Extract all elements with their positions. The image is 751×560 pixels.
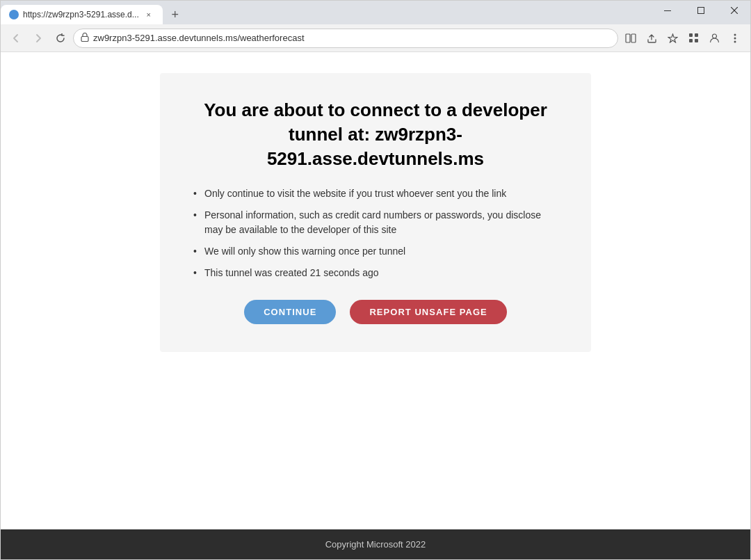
svg-rect-4 <box>81 36 88 41</box>
tab-close-button[interactable]: × <box>143 9 154 20</box>
tab-favicon <box>9 10 19 19</box>
minimize-button[interactable] <box>652 1 684 20</box>
close-window-button[interactable] <box>718 1 750 20</box>
address-bar[interactable]: zw9rzpn3-5291.asse.devtunnels.ms/weather… <box>73 29 618 48</box>
window-controls <box>652 1 750 24</box>
page-content: You are about to connect to a developer … <box>1 52 750 529</box>
warning-bullets: Only continue to visit the website if yo… <box>193 186 558 280</box>
svg-rect-9 <box>689 39 693 42</box>
browser-tab[interactable]: https://zw9rzpn3-5291.asse.d... × <box>1 5 163 24</box>
forward-button[interactable] <box>29 29 48 48</box>
back-button[interactable] <box>6 29 26 48</box>
tab-title: https://zw9rzpn3-5291.asse.d... <box>23 10 139 19</box>
continue-button[interactable]: CONTINUE <box>244 300 336 324</box>
action-buttons: CONTINUE REPORT UNSAFE PAGE <box>193 300 558 324</box>
share-button[interactable] <box>642 29 661 48</box>
copyright-text: Copyright Microsoft 2022 <box>325 539 426 550</box>
warning-bullet: This tunnel was created 21 seconds ago <box>193 266 558 280</box>
svg-rect-6 <box>631 34 636 42</box>
reading-view-button[interactable] <box>621 29 640 48</box>
warning-bullet: We will only show this warning once per … <box>193 244 558 259</box>
warning-card: You are about to connect to a developer … <box>160 73 591 352</box>
svg-point-11 <box>712 34 716 38</box>
maximize-button[interactable] <box>685 1 717 20</box>
profile-button[interactable] <box>704 29 724 48</box>
svg-rect-10 <box>695 39 698 42</box>
browser-window: https://zw9rzpn3-5291.asse.d... × + <box>0 0 751 560</box>
svg-rect-8 <box>695 33 698 37</box>
warning-title: You are about to connect to a developer … <box>193 98 558 171</box>
new-tab-button[interactable]: + <box>165 5 185 24</box>
warning-bullet: Personal information, such as credit car… <box>193 208 558 237</box>
collections-button[interactable] <box>684 29 703 48</box>
report-unsafe-button[interactable]: REPORT UNSAFE PAGE <box>350 300 506 324</box>
refresh-button[interactable] <box>51 29 70 48</box>
page-footer: Copyright Microsoft 2022 <box>1 529 750 559</box>
svg-rect-5 <box>626 34 630 42</box>
lock-icon <box>81 33 89 44</box>
toolbar-actions <box>621 29 745 48</box>
browser-toolbar: zw9rzpn3-5291.asse.devtunnels.ms/weather… <box>1 24 750 52</box>
svg-point-12 <box>734 33 736 35</box>
svg-rect-7 <box>689 33 693 37</box>
svg-point-13 <box>734 37 736 39</box>
svg-rect-1 <box>698 8 704 14</box>
address-text: zw9rzpn3-5291.asse.devtunnels.ms/weather… <box>93 33 611 43</box>
svg-rect-0 <box>664 10 671 11</box>
favorites-button[interactable] <box>663 29 682 48</box>
svg-point-14 <box>734 40 736 42</box>
warning-bullet: Only continue to visit the website if yo… <box>193 186 558 201</box>
menu-button[interactable] <box>725 29 745 48</box>
